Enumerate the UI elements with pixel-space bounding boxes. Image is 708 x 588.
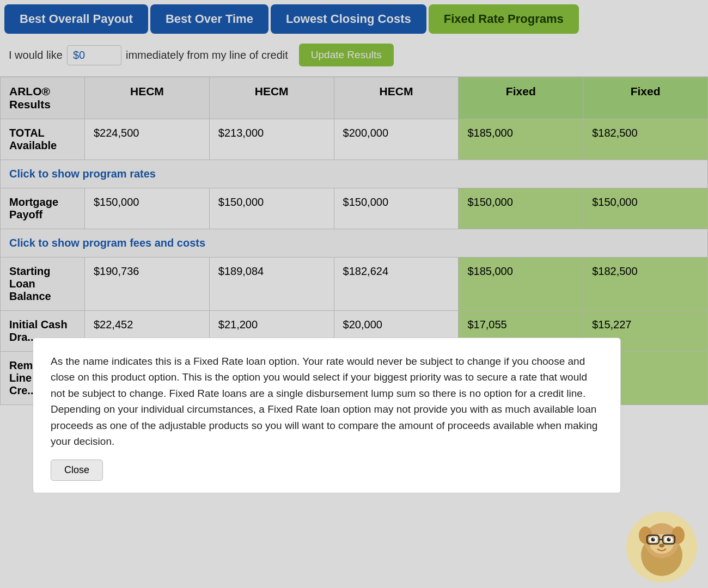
svg-point-10 — [651, 538, 655, 542]
mascot-widget[interactable] — [626, 512, 697, 583]
overlay-backdrop — [0, 0, 708, 588]
svg-point-12 — [667, 538, 671, 542]
popup-text: As the name indicates this is a Fixed Ra… — [51, 353, 603, 450]
mascot-avatar — [626, 512, 697, 583]
svg-point-13 — [669, 538, 670, 540]
fixed-rate-popup: As the name indicates this is a Fixed Ra… — [33, 338, 621, 493]
svg-point-11 — [654, 538, 655, 540]
svg-point-14 — [659, 544, 664, 548]
popup-close-button[interactable]: Close — [51, 460, 103, 481]
